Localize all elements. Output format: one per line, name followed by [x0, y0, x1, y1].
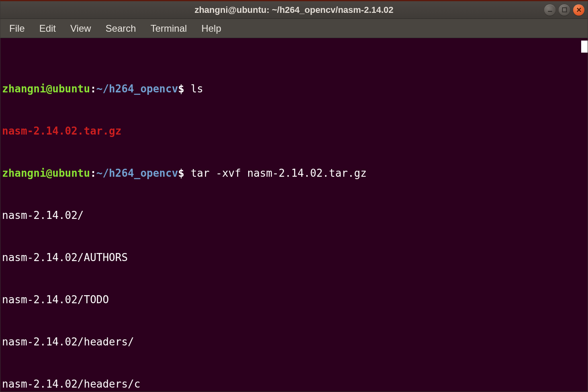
prompt-symbol: $ [178, 83, 184, 95]
colon: : [90, 83, 96, 95]
menu-terminal[interactable]: Terminal [143, 20, 194, 37]
menu-edit[interactable]: Edit [32, 20, 63, 37]
menu-search[interactable]: Search [98, 20, 143, 37]
window-title: zhangni@ubuntu: ~/h264_opencv/nasm-2.14.… [194, 5, 393, 15]
window-controls [544, 4, 584, 16]
terminal-window: zhangni@ubuntu: ~/h264_opencv/nasm-2.14.… [0, 0, 588, 392]
minimize-icon [547, 7, 553, 12]
minimize-button[interactable] [544, 4, 555, 16]
titlebar: zhangni@ubuntu: ~/h264_opencv/nasm-2.14.… [0, 1, 588, 19]
text-cursor [581, 41, 588, 53]
command-text: tar -xvf nasm-2.14.02.tar.gz [191, 167, 367, 179]
output-line: nasm-2.14.02/ [2, 208, 586, 223]
terminal-body[interactable]: zhangni@ubuntu:~/h264_opencv$ ls nasm-2.… [0, 38, 588, 392]
cwd: ~/h264_opencv [96, 167, 178, 179]
output-line: nasm-2.14.02/TODO [2, 293, 586, 307]
close-button[interactable] [573, 4, 584, 16]
output-line: nasm-2.14.02/AUTHORS [2, 251, 586, 265]
maximize-button[interactable] [559, 4, 570, 16]
output-line: nasm-2.14.02/headers/ [2, 335, 586, 349]
user-host: zhangni@ubuntu [2, 167, 90, 179]
menu-file[interactable]: File [2, 20, 32, 37]
prompt-symbol: $ [178, 167, 184, 179]
prompt-line: zhangni@ubuntu:~/h264_opencv$ ls [2, 82, 586, 96]
user-host: zhangni@ubuntu [2, 83, 90, 95]
menubar: File Edit View Search Terminal Help [0, 19, 588, 38]
colon: : [90, 167, 96, 179]
close-icon [576, 7, 582, 12]
svg-rect-0 [548, 11, 552, 12]
output-line: nasm-2.14.02/headers/c [2, 377, 586, 391]
svg-rect-1 [562, 8, 566, 12]
menu-help[interactable]: Help [194, 20, 228, 37]
menu-view[interactable]: View [63, 20, 98, 37]
cwd: ~/h264_opencv [96, 83, 178, 95]
maximize-icon [562, 7, 567, 12]
prompt-line: zhangni@ubuntu:~/h264_opencv$ tar -xvf n… [2, 166, 586, 180]
command-text: ls [191, 83, 203, 95]
ls-output: nasm-2.14.02.tar.gz [2, 124, 586, 138]
